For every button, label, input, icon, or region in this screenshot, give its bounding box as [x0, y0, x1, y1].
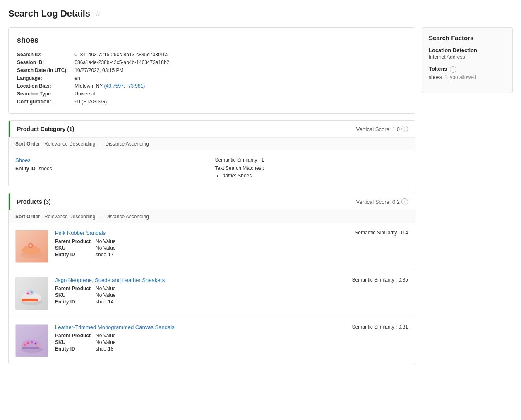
category-left: Shoes Entity ID shoes: [15, 157, 209, 179]
entity-id-label-shoe-14: Entity ID: [55, 299, 91, 305]
search-term: shoes: [17, 36, 406, 45]
page-title: Search Log Details: [8, 8, 90, 19]
svg-rect-3: [22, 299, 38, 301]
search-factors-title: Search Factors: [429, 34, 506, 41]
product-meta-shoe-14: Parent Product No Value SKU No Value Ent…: [55, 286, 346, 305]
parent-product-label-14: Parent Product: [55, 286, 91, 291]
result-details-shoe-18: Leather-Trimmed Monogrammed Canvas Sanda…: [55, 324, 346, 357]
sort-secondary: Distance Ascending: [105, 141, 149, 147]
location-coords-link[interactable]: (40.7597, -73.981): [104, 83, 145, 89]
svg-point-1: [29, 244, 32, 247]
semantic-similarity-shoe-14: Semantic Similarity : 0.35: [352, 277, 408, 310]
category-right: Semantic Similarity : 1 Text Search Matc…: [215, 157, 408, 179]
category-entity-row: Entity ID shoes: [15, 166, 209, 172]
search-info-grid: Search ID: 01841a03-7215-250c-8a13-c835d…: [17, 51, 406, 105]
parent-product-value-18: No Value: [96, 333, 346, 339]
tokens-info-icon[interactable]: i: [450, 66, 456, 73]
searcher-type-value: Universal: [74, 91, 406, 97]
product-category-header: Product Category (1) Vertical Score: 1.0…: [9, 121, 415, 137]
result-item-inner-shoe-14: Jago Neoprene, Suede and Leather Sneaker…: [15, 277, 408, 310]
tokens-item-row: shoes 1 typo allowed: [429, 74, 506, 80]
product-name-link-shoe-18[interactable]: Leather-Trimmed Monogrammed Canvas Sanda…: [55, 324, 346, 330]
product-category-score-info-icon[interactable]: i: [401, 126, 408, 132]
text-match-item: name: Shoes: [223, 173, 408, 179]
products-score: Vertical Score: 0.2 i: [356, 198, 408, 205]
result-item-inner: Pink Rubber Sandals Parent Product No Va…: [15, 230, 408, 263]
svg-point-10: [35, 343, 37, 345]
product-thumbnail-shoe-17: [15, 230, 48, 263]
sku-label: SKU: [55, 245, 91, 251]
product-category-sort-order: Sort Order: Relevance Descending → Dista…: [9, 137, 415, 150]
tokens-label: Tokens: [429, 66, 447, 72]
language-value: en: [74, 75, 406, 81]
location-detection-section: Location Detection Internet Address: [429, 47, 506, 60]
session-id-value: 686a1a4e-238b-42c5-ab4b-1463473a18b2: [74, 59, 406, 66]
sort-arrow-icon: →: [98, 141, 103, 147]
tokens-section: Tokens i shoes 1 typo allowed: [429, 66, 506, 80]
product-result-shoe-17: Pink Rubber Sandals Parent Product No Va…: [9, 223, 415, 270]
sku-value-14: No Value: [96, 292, 346, 298]
search-id-label: Search ID:: [17, 51, 68, 58]
searcher-type-label: Searcher Type:: [17, 91, 68, 97]
svg-point-8: [27, 342, 29, 344]
products-sort-secondary: Distance Ascending: [105, 214, 149, 220]
parent-product-value: No Value: [96, 239, 348, 244]
entity-id-label-shoe-18: Entity ID: [55, 346, 91, 352]
search-factors-sidebar: Search Factors Location Detection Intern…: [422, 27, 513, 93]
parent-product-label: Parent Product: [55, 239, 91, 244]
search-date-label: Search Date (in UTC):: [17, 67, 68, 74]
match-field: name: [223, 173, 235, 179]
result-item-inner-shoe-18: Leather-Trimmed Monogrammed Canvas Sanda…: [15, 324, 408, 357]
entity-id-value-shoe-18: shoe-18: [96, 346, 346, 352]
session-id-label: Session ID:: [17, 59, 68, 66]
svg-rect-12: [22, 347, 39, 349]
products-header: Products (3) Vertical Score: 0.2 i: [9, 193, 415, 210]
sort-order-label: Sort Order:: [15, 141, 42, 147]
category-name-link[interactable]: Shoes: [15, 157, 209, 163]
language-label: Language:: [17, 75, 68, 81]
location-detection-label: Location Detection: [429, 47, 506, 53]
sort-primary: Relevance Descending: [44, 141, 95, 147]
page-header: Search Log Details ☆: [8, 8, 513, 19]
token-value: shoes: [429, 74, 442, 80]
svg-point-4: [27, 293, 29, 295]
entity-id-value-shoe-17: shoe-17: [96, 252, 348, 258]
search-date-value: 10/27/2022, 03:15 PM: [74, 67, 406, 74]
product-result-shoe-18: Leather-Trimmed Monogrammed Canvas Sanda…: [9, 317, 415, 364]
parent-product-label-18: Parent Product: [55, 333, 91, 339]
svg-point-9: [31, 341, 33, 344]
sku-value: No Value: [96, 245, 348, 251]
page-container: Search Log Details ☆ shoes Search ID: 01…: [0, 0, 521, 379]
svg-point-7: [24, 344, 26, 346]
configuration-value: 60 (STAGING): [74, 98, 406, 105]
location-city: Midtown, NY: [74, 83, 104, 89]
products-sort-arrow-icon: →: [98, 214, 103, 220]
products-section: Products (3) Vertical Score: 0.2 i Sort …: [8, 193, 415, 364]
entity-id-value: shoes: [39, 166, 52, 172]
search-info-card: shoes Search ID: 01841a03-7215-250c-8a13…: [8, 27, 415, 114]
semantic-similarity-shoe-17: Semantic Similarity : 0.4: [355, 230, 408, 263]
location-bias-label: Location Bias:: [17, 83, 68, 89]
sku-label-14: SKU: [55, 292, 91, 298]
product-thumbnail-shoe-14: [15, 277, 48, 310]
products-sort-primary: Relevance Descending: [44, 214, 95, 220]
svg-point-11: [37, 344, 39, 346]
configuration-label: Configuration:: [17, 98, 68, 105]
search-id-value: 01841a03-7215-250c-8a13-c835d703f41a: [74, 51, 406, 58]
svg-point-5: [31, 291, 33, 293]
product-name-link-shoe-14[interactable]: Jago Neoprene, Suede and Leather Sneaker…: [55, 277, 346, 283]
product-category-title: Product Category (1): [17, 126, 74, 132]
category-result-shoes: Shoes Entity ID shoes Semantic Similarit…: [9, 150, 415, 186]
result-details-shoe-17: Pink Rubber Sandals Parent Product No Va…: [55, 230, 348, 263]
result-details-shoe-14: Jago Neoprene, Suede and Leather Sneaker…: [55, 277, 346, 310]
product-name-link-shoe-17[interactable]: Pink Rubber Sandals: [55, 230, 348, 236]
category-semantic-similarity: Semantic Similarity : 1: [215, 157, 408, 163]
products-score-info-icon[interactable]: i: [401, 198, 408, 205]
entity-id-label-shoe-17: Entity ID: [55, 252, 91, 258]
text-search-matches-label: Text Search Matches :: [215, 165, 408, 171]
favorite-star-icon[interactable]: ☆: [94, 9, 101, 18]
product-result-shoe-14: Jago Neoprene, Suede and Leather Sneaker…: [9, 270, 415, 317]
sku-value-18: No Value: [96, 339, 346, 345]
products-sort-label: Sort Order:: [15, 214, 42, 220]
product-thumbnail-shoe-18: [15, 324, 48, 357]
